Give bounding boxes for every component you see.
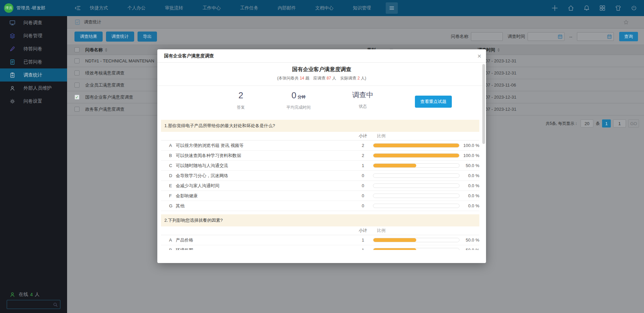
main-menu: 快捷方式个人办公审批流转工作中心工作任务内部邮件文档中心知识管理 xyxy=(90,5,371,11)
option-count: 0 xyxy=(353,173,373,178)
option-percent: 50.0 % xyxy=(460,163,479,168)
option-bar-cell xyxy=(373,143,460,148)
survey-stats-button[interactable]: 调查统计 xyxy=(106,32,134,42)
home-icon[interactable] xyxy=(568,5,574,11)
option-count: 1 xyxy=(353,248,373,250)
date-to-wrap xyxy=(577,32,614,41)
nav-item-5[interactable]: 工作任务 xyxy=(240,5,258,11)
stats-row: 2答复0 分钟平均完成时间调查中状态查看重点试题 xyxy=(157,86,486,120)
sidebar-item-label: 待答问卷 xyxy=(23,46,42,52)
column-survey-time[interactable]: 调查时间 xyxy=(468,47,644,53)
user-info[interactable]: 理员 管理员 -研发部 xyxy=(0,3,67,13)
theme-shirt-icon[interactable] xyxy=(615,5,622,11)
option-text: 环境氛围 xyxy=(176,247,353,250)
option-letter: F xyxy=(169,193,176,198)
search-icon[interactable] xyxy=(53,302,58,307)
calendar-icon[interactable] xyxy=(607,34,612,39)
menu-fold-icon[interactable] xyxy=(74,5,81,11)
sort-icon[interactable] xyxy=(497,48,500,52)
nav-item-6[interactable]: 内部邮件 xyxy=(278,5,296,11)
online-status: 在线 4 人 xyxy=(9,292,40,298)
sidebar-item-label: 调查统计 xyxy=(23,72,42,78)
row-checkbox[interactable] xyxy=(74,83,79,88)
sidebar-search-input[interactable] xyxy=(7,302,53,307)
option-text: 可以很方便的浏览书籍 资讯 视频等 xyxy=(176,143,353,149)
option-count: 0 xyxy=(353,203,373,208)
ratio-bar xyxy=(373,184,460,188)
apps-grid-icon[interactable] xyxy=(599,5,606,11)
sidebar-item-5[interactable]: 调查统计 xyxy=(0,68,67,82)
ratio-bar xyxy=(373,173,460,178)
select-all-checkbox[interactable] xyxy=(74,47,79,52)
row-checkbox[interactable] xyxy=(74,107,79,112)
logout-power-icon[interactable] xyxy=(631,5,637,11)
option-letter: D xyxy=(169,173,176,178)
ratio-bar xyxy=(373,194,460,198)
pagination: 共5条, 每页显示： 20 条 1 1 GO xyxy=(546,119,639,127)
sidebar-item-2[interactable]: 问卷管理 xyxy=(0,29,67,42)
modal-body[interactable]: 国有企业客户满意度调查 (本张问卷共 14 题 应调查 87 人 实际调查 2 … xyxy=(157,63,486,250)
goto-page-input[interactable]: 1 xyxy=(613,119,626,127)
option-bar-cell xyxy=(373,238,460,242)
calendar-icon[interactable] xyxy=(557,34,563,39)
breadcrumb-bar: 调查统计 xyxy=(67,16,644,29)
nav-item-8[interactable]: 知识管理 xyxy=(353,5,371,11)
page-size-box[interactable]: 20 xyxy=(581,119,593,127)
nav-item-3[interactable]: 审批流转 xyxy=(165,5,183,11)
nav-item-4[interactable]: 工作中心 xyxy=(203,5,221,11)
clipboard-icon xyxy=(9,72,15,78)
view-key-questions-button[interactable]: 查看重点试题 xyxy=(415,96,452,108)
export-button[interactable]: 导出 xyxy=(138,32,157,42)
option-count: 2 xyxy=(353,143,373,148)
stat-label: 状态 xyxy=(352,104,373,109)
modal-scrollbar-thumb[interactable] xyxy=(482,64,485,144)
option-percent: 0.0 % xyxy=(460,203,479,208)
page-title: 调查统计 xyxy=(84,19,101,25)
ratio-bar-fill xyxy=(373,248,416,250)
sidebar: 问卷调查问卷管理待答问卷已答问卷调查统计外部人员维护问卷设置 在线 4 人 xyxy=(0,16,67,313)
sidebar-item-label: 外部人员维护 xyxy=(23,85,52,91)
survey-name-input[interactable] xyxy=(471,32,503,41)
option-count: 1 xyxy=(353,163,373,168)
sidebar-item-7[interactable]: 问卷设置 xyxy=(0,95,67,108)
row-checkbox[interactable]: ✓ xyxy=(74,95,79,100)
option-bar-cell xyxy=(373,173,460,178)
option-count: 0 xyxy=(353,183,373,188)
sidebar-search xyxy=(7,300,60,309)
row-checkbox[interactable] xyxy=(74,70,79,75)
page-1-button[interactable]: 1 xyxy=(602,119,611,127)
survey-title: 国有企业客户满意度调查 xyxy=(157,66,486,73)
go-button[interactable]: GO xyxy=(628,119,639,127)
option-bar-cell xyxy=(373,248,460,250)
close-icon[interactable]: × xyxy=(477,53,481,59)
nav-item-2[interactable]: 个人办公 xyxy=(127,5,146,11)
option-letter: B xyxy=(169,248,176,250)
more-menu-button[interactable] xyxy=(386,2,398,14)
option-bar-cell xyxy=(373,153,460,158)
option-row: E会减少与家人沟通时间00.0 % xyxy=(161,181,479,191)
sort-icon[interactable] xyxy=(105,48,108,52)
notifications-bell-icon[interactable] xyxy=(583,5,590,11)
sidebar-item-4[interactable]: 已答问卷 xyxy=(0,55,67,68)
survey-date: 2023-10-07 - 2023-12-31 xyxy=(468,70,644,75)
online-person-icon xyxy=(9,292,15,298)
meta-number: 87 xyxy=(327,76,331,81)
option-count: 1 xyxy=(353,238,373,243)
favorite-star-icon[interactable] xyxy=(623,19,629,25)
row-checkbox[interactable] xyxy=(74,58,79,63)
nav-item-7[interactable]: 文档中心 xyxy=(315,5,333,11)
nav-item-1[interactable]: 快捷方式 xyxy=(90,5,108,11)
survey-results-button[interactable]: 调查结果 xyxy=(74,32,103,42)
sidebar-item-6[interactable]: 外部人员维护 xyxy=(0,82,67,95)
question-title: 1.那你觉得电子产品所带给你的最大好处和坏处各是什么? xyxy=(161,120,479,132)
plus-icon[interactable] xyxy=(551,4,558,12)
stat-value: 2 xyxy=(237,90,245,101)
sidebar-item-label: 问卷设置 xyxy=(23,98,42,104)
sidebar-item-1[interactable]: 问卷调查 xyxy=(0,16,67,29)
stat-value: 调查中 xyxy=(352,90,373,100)
query-button[interactable]: 查询 xyxy=(619,32,638,41)
options-header: 小计比例 xyxy=(161,226,479,235)
option-percent: 0.0 % xyxy=(460,193,479,198)
ratio-bar-fill xyxy=(373,164,416,167)
sidebar-item-3[interactable]: 待答问卷 xyxy=(0,42,67,55)
